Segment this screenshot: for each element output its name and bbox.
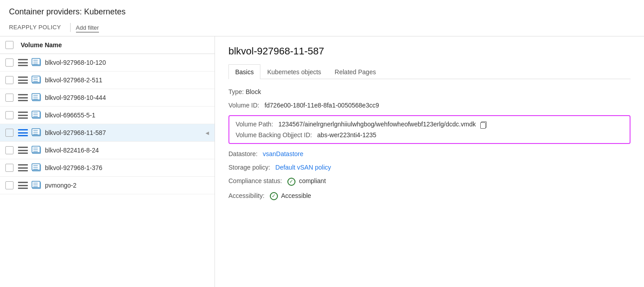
left-panel: Volume Name blkvol-927968-10-120 blkvol-… bbox=[0, 36, 215, 287]
svg-rect-55 bbox=[33, 186, 38, 187]
reapply-policy-button[interactable]: REAPPLY POLICY bbox=[9, 22, 65, 32]
volume-path-value: 1234567/ainelrgnerlgnhiiulwhgbog/wehfowh… bbox=[275, 121, 476, 128]
accessibility-field: Accessibility: ✓ Accessible bbox=[228, 192, 631, 200]
row-checkbox[interactable] bbox=[5, 146, 13, 154]
volume-backing-value: abs-wer223nti4-1235 bbox=[314, 131, 376, 139]
svg-rect-53 bbox=[33, 183, 38, 184]
type-label: Type: bbox=[228, 88, 244, 95]
list-item[interactable]: blkvol-696655-5-1 bbox=[0, 107, 215, 124]
datastore-label: Datastore: bbox=[228, 150, 258, 157]
volume-name-text: blkvol-927968-2-511 bbox=[45, 76, 103, 84]
compliance-status-label: Compliance status: bbox=[228, 177, 282, 184]
tab-related-pages[interactable]: Related Pages bbox=[328, 64, 383, 79]
row-checkbox[interactable] bbox=[5, 111, 13, 119]
svg-rect-46 bbox=[33, 165, 38, 166]
row-menu-icon[interactable] bbox=[18, 112, 28, 119]
list-item[interactable]: blkvol-927968-10-444 bbox=[0, 89, 215, 107]
volume-id-label: Volume ID: bbox=[228, 102, 259, 109]
svg-rect-39 bbox=[33, 148, 38, 148]
svg-rect-54 bbox=[33, 184, 38, 185]
svg-rect-48 bbox=[33, 169, 38, 170]
svg-rect-40 bbox=[33, 149, 38, 150]
compliance-check-icon: ✓ bbox=[287, 178, 295, 186]
datastore-link[interactable]: vsanDatastore bbox=[263, 150, 303, 157]
row-menu-icon[interactable] bbox=[18, 76, 28, 84]
volume-backing-field: Volume Backing Objject ID: abs-wer223nti… bbox=[236, 131, 623, 139]
tab-basics[interactable]: Basics bbox=[228, 64, 260, 79]
volume-icon bbox=[31, 93, 41, 102]
add-filter-button[interactable]: Add filter bbox=[76, 22, 99, 32]
row-checkbox[interactable] bbox=[5, 58, 13, 67]
svg-rect-41 bbox=[33, 151, 38, 152]
volume-id-field: Volume ID: fd726e00-180f-11e8-8fa1-00505… bbox=[228, 102, 631, 109]
collapse-arrow-icon[interactable]: ◀ bbox=[206, 130, 209, 135]
row-checkbox[interactable] bbox=[5, 181, 13, 189]
row-menu-icon[interactable] bbox=[18, 164, 28, 171]
detail-tabs: Basics Kubernetes objects Related Pages bbox=[228, 64, 631, 79]
row-checkbox[interactable] bbox=[5, 76, 13, 84]
volume-icon bbox=[31, 76, 41, 85]
volume-icon bbox=[31, 163, 41, 172]
svg-rect-33 bbox=[33, 132, 38, 133]
volume-name-text: blkvol-822416-8-24 bbox=[45, 147, 99, 154]
row-menu-icon[interactable] bbox=[18, 59, 28, 66]
volume-name-text: blkvol-927968-10-444 bbox=[45, 94, 106, 101]
type-field: Type: Block bbox=[228, 88, 631, 95]
datastore-field: Datastore: vsanDatastore bbox=[228, 150, 631, 157]
volume-name-text: pvmongo-2 bbox=[45, 182, 76, 189]
row-menu-icon[interactable] bbox=[18, 94, 28, 101]
svg-rect-47 bbox=[33, 167, 38, 168]
highlighted-fields-box: Volume Path: 1234567/ainelrgnerlgnhiiulw… bbox=[228, 115, 631, 144]
list-item[interactable]: blkvol-927968-1-376 bbox=[0, 159, 215, 177]
compliance-status-field: Compliance status: ✓ compliant bbox=[228, 177, 631, 185]
list-item[interactable]: blkvol-927968-10-120 bbox=[0, 54, 215, 72]
volume-icon bbox=[31, 181, 41, 190]
tab-kubernetes-objects[interactable]: Kubernetes objects bbox=[260, 64, 328, 79]
page-title: Container providers: Kubernetes bbox=[0, 0, 644, 20]
type-value: Block bbox=[246, 88, 261, 95]
svg-rect-27 bbox=[33, 116, 38, 117]
row-menu-icon[interactable] bbox=[18, 129, 28, 136]
header-title-text: Container providers: Kubernetes bbox=[9, 7, 125, 16]
row-checkbox[interactable] bbox=[5, 164, 13, 172]
row-checkbox[interactable] bbox=[5, 129, 13, 137]
volume-name-column-header: Volume Name bbox=[21, 41, 62, 49]
svg-rect-6 bbox=[33, 63, 38, 64]
copy-path-icon[interactable] bbox=[480, 121, 487, 128]
main-content: Volume Name blkvol-927968-10-120 blkvol-… bbox=[0, 36, 644, 287]
list-item[interactable]: blkvol-927968-2-511 bbox=[0, 72, 215, 89]
row-checkbox[interactable] bbox=[5, 94, 13, 102]
svg-rect-12 bbox=[33, 79, 38, 80]
volume-name-text: blkvol-696655-5-1 bbox=[45, 112, 95, 119]
accessibility-check-icon: ✓ bbox=[270, 192, 278, 200]
volume-path-label: Volume Path: bbox=[236, 121, 273, 128]
toolbar-divider bbox=[70, 23, 71, 32]
select-all-checkbox[interactable] bbox=[5, 41, 13, 49]
svg-rect-26 bbox=[33, 114, 38, 115]
svg-rect-34 bbox=[33, 134, 38, 135]
row-menu-icon[interactable] bbox=[18, 147, 28, 154]
storage-policy-link[interactable]: Default vSAN policy bbox=[275, 164, 331, 171]
volume-icon bbox=[31, 128, 41, 137]
svg-rect-4 bbox=[33, 60, 38, 61]
volume-icon bbox=[31, 58, 41, 67]
volume-icon bbox=[31, 146, 41, 155]
list-item[interactable]: blkvol-927968-11-587◀ bbox=[0, 124, 215, 142]
list-header: Volume Name bbox=[0, 36, 215, 54]
volume-name-text: blkvol-927968-11-587 bbox=[45, 129, 106, 136]
svg-rect-18 bbox=[33, 95, 38, 96]
list-item[interactable]: blkvol-822416-8-24 bbox=[0, 142, 215, 159]
row-menu-icon[interactable] bbox=[18, 182, 28, 189]
list-item[interactable]: pvmongo-2 bbox=[0, 177, 215, 194]
svg-rect-5 bbox=[33, 62, 38, 63]
detail-title: blkvol-927968-11-587 bbox=[228, 45, 631, 57]
volume-id-value: fd726e00-180f-11e8-8fa1-0050568e3cc9 bbox=[261, 102, 379, 109]
storage-policy-label: Storage policy: bbox=[228, 164, 270, 171]
volume-path-field: Volume Path: 1234567/ainelrgnerlgnhiiulw… bbox=[236, 121, 623, 128]
svg-rect-20 bbox=[33, 99, 38, 99]
svg-rect-13 bbox=[33, 81, 38, 82]
compliance-status-value: compliant bbox=[299, 177, 326, 184]
volume-backing-label: Volume Backing Objject ID: bbox=[236, 131, 312, 139]
volume-name-text: blkvol-927968-1-376 bbox=[45, 164, 103, 171]
right-panel: blkvol-927968-11-587 Basics Kubernetes o… bbox=[215, 36, 644, 287]
